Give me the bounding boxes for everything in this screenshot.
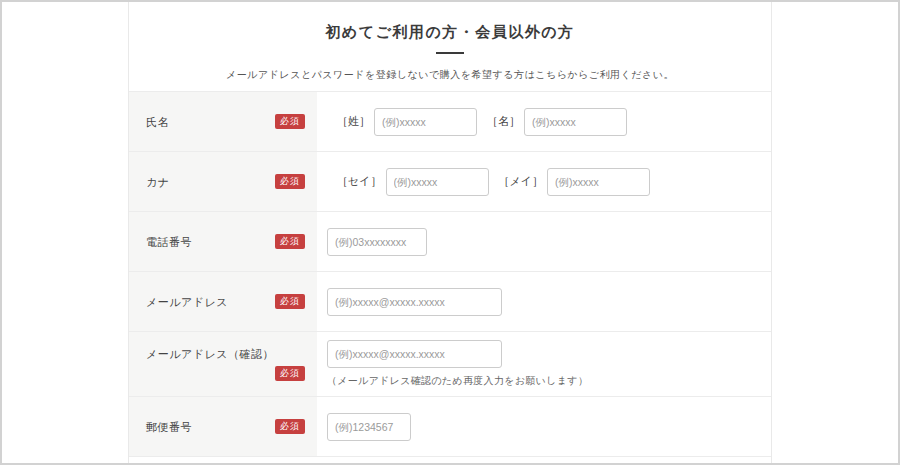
field-label-cell: 郵便番号必須 [129, 397, 317, 456]
field-line [327, 340, 761, 368]
postal-code-input[interactable] [327, 413, 411, 441]
field-label: メールアドレス（確認） [146, 347, 305, 361]
field-cell: （メールアドレス確認のため再度入力をお願いします） [317, 332, 771, 396]
field-cell [317, 397, 771, 456]
phone-input[interactable] [327, 228, 427, 256]
required-badge: 必須 [275, 366, 305, 381]
guest-form: 氏名必須［姓］［名］カナ必須［セイ］［メイ］電話番号必須メールアドレス必須メール… [129, 91, 771, 457]
field-cell [317, 212, 771, 271]
kana-mei-input[interactable] [547, 168, 650, 196]
field-line [327, 288, 761, 316]
field-prefix-label: ［姓］ [337, 114, 370, 129]
required-badge: 必須 [275, 174, 305, 189]
title-divider [436, 52, 464, 54]
field-label: カナ [146, 175, 170, 189]
required-badge: 必須 [275, 234, 305, 249]
form-row: 郵便番号必須 [129, 397, 771, 457]
last-name-input[interactable] [374, 108, 477, 136]
email-input[interactable] [327, 288, 502, 316]
field-line [327, 228, 761, 256]
form-row: カナ必須［セイ］［メイ］ [129, 152, 771, 212]
first-name-input[interactable] [524, 108, 627, 136]
required-badge: 必須 [275, 419, 305, 434]
field-line: ［姓］［名］ [327, 108, 761, 136]
field-prefix-label: ［名］ [487, 114, 520, 129]
form-row: メールアドレス（確認）必須（メールアドレス確認のため再度入力をお願いします） [129, 332, 771, 397]
field-label: 郵便番号 [146, 420, 192, 434]
field-label-cell: メールアドレス（確認）必須 [129, 332, 317, 396]
field-label-cell: 電話番号必須 [129, 212, 317, 271]
page-title: 初めてご利用の方・会員以外の方 [149, 23, 751, 41]
form-row: 電話番号必須 [129, 212, 771, 272]
field-label-cell: メールアドレス必須 [129, 272, 317, 331]
guest-form-panel: 初めてご利用の方・会員以外の方 メールアドレスとパスワードを登録しないで購入を希… [128, 2, 772, 463]
field-note: （メールアドレス確認のため再度入力をお願いします） [327, 374, 761, 388]
field-line [327, 413, 761, 441]
field-cell: ［セイ］［メイ］ [317, 152, 771, 211]
page-subtitle: メールアドレスとパスワードを登録しないで購入を希望する方はこちらからご利用くださ… [149, 68, 751, 81]
required-badge: 必須 [275, 114, 305, 129]
field-cell: ［姓］［名］ [317, 92, 771, 151]
field-label: 氏名 [146, 115, 169, 129]
page-viewport: 初めてご利用の方・会員以外の方 メールアドレスとパスワードを登録しないで購入を希… [0, 0, 900, 465]
field-label: メールアドレス [146, 295, 228, 309]
email-confirm-input[interactable] [327, 340, 502, 368]
form-header: 初めてご利用の方・会員以外の方 メールアドレスとパスワードを登録しないで購入を希… [129, 2, 771, 91]
field-label-cell: 氏名必須 [129, 92, 317, 151]
field-prefix-label: ［セイ］ [337, 174, 382, 189]
field-label-cell: カナ必須 [129, 152, 317, 211]
field-line: ［セイ］［メイ］ [327, 168, 761, 196]
field-cell [317, 272, 771, 331]
required-badge: 必須 [275, 294, 305, 309]
field-prefix-label: ［メイ］ [499, 174, 544, 189]
form-row: 氏名必須［姓］［名］ [129, 92, 771, 152]
form-row: メールアドレス必須 [129, 272, 771, 332]
field-label: 電話番号 [146, 235, 192, 249]
kana-sei-input[interactable] [386, 168, 489, 196]
